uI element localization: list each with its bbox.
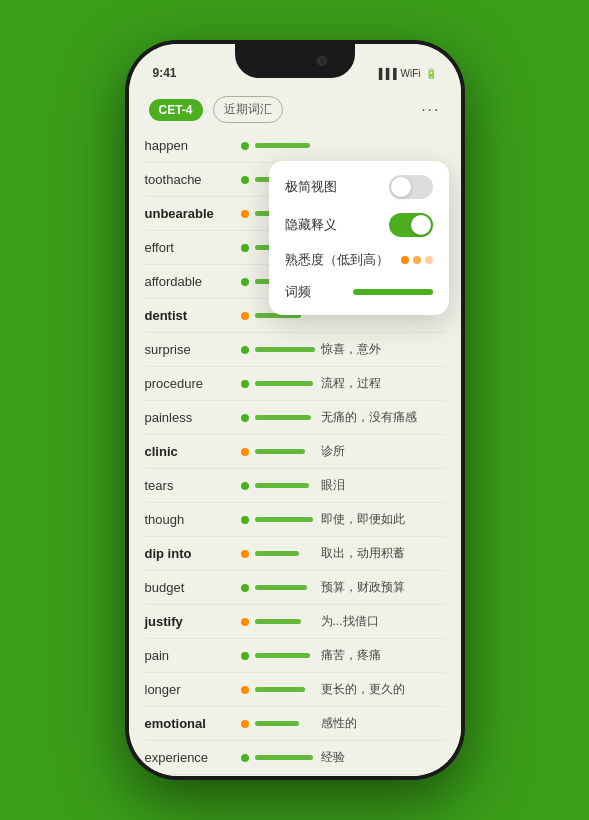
- familiarity-dot: [241, 584, 249, 592]
- word-text: happen: [145, 138, 235, 153]
- minimal-view-toggle[interactable]: [389, 175, 433, 199]
- freq-fill: [255, 143, 310, 148]
- word-row[interactable]: procedure 流程，过程: [145, 367, 445, 401]
- dot-high: [425, 256, 433, 264]
- familiarity-dot: [241, 448, 249, 456]
- familiarity-dot: [241, 176, 249, 184]
- header: CET-4 近期词汇 ···: [129, 88, 461, 129]
- word-row[interactable]: thank 谢谢，感谢: [145, 775, 445, 776]
- familiarity-dots: [401, 256, 433, 264]
- word-text: justify: [145, 614, 235, 629]
- frequency-bar: [255, 346, 315, 354]
- word-list: 极简视图 隐藏释义 熟悉度（低到高）: [129, 129, 461, 776]
- freq-label: 词频: [285, 283, 311, 301]
- word-text: toothache: [145, 172, 235, 187]
- word-text: pain: [145, 648, 235, 663]
- wifi-icon: WiFi: [401, 68, 421, 79]
- familiarity-dot: [241, 312, 249, 320]
- popup-row-freq: 词频: [285, 283, 433, 301]
- word-text: though: [145, 512, 235, 527]
- recent-badge[interactable]: 近期词汇: [213, 96, 283, 123]
- freq-bar-display: [353, 289, 433, 295]
- status-time: 9:41: [153, 66, 177, 80]
- word-meaning: 惊喜，意外: [321, 341, 445, 358]
- word-text: affordable: [145, 274, 235, 289]
- word-row[interactable]: budget 预算，财政预算: [145, 571, 445, 605]
- freq-fill: [255, 619, 301, 624]
- word-meaning: 诊所: [321, 443, 445, 460]
- frequency-bar: [255, 754, 315, 762]
- frequency-bar: [255, 584, 315, 592]
- battery-icon: 🔋: [425, 68, 437, 79]
- familiarity-dot: [241, 346, 249, 354]
- word-row[interactable]: surprise 惊喜，意外: [145, 333, 445, 367]
- frequency-bar: [255, 720, 315, 728]
- word-row[interactable]: longer 更长的，更久的: [145, 673, 445, 707]
- word-row[interactable]: painless 无痛的，没有痛感: [145, 401, 445, 435]
- freq-fill: [255, 347, 315, 352]
- popup-row-minimal: 极简视图: [285, 175, 433, 199]
- word-row[interactable]: dip into 取出，动用积蓄: [145, 537, 445, 571]
- camera: [317, 56, 327, 66]
- hide-meaning-label: 隐藏释义: [285, 216, 337, 234]
- familiarity-dot: [241, 380, 249, 388]
- toggle-thumb: [391, 177, 411, 197]
- familiarity-dot: [241, 414, 249, 422]
- freq-fill: [255, 687, 305, 692]
- freq-fill: [255, 653, 310, 658]
- word-meaning: 取出，动用积蓄: [321, 545, 445, 562]
- frequency-bar: [255, 550, 315, 558]
- familiarity-dot: [241, 210, 249, 218]
- familiarity-dot: [241, 278, 249, 286]
- word-row[interactable]: clinic 诊所: [145, 435, 445, 469]
- familiarity-dot: [241, 720, 249, 728]
- word-text: unbearable: [145, 206, 235, 221]
- familiarity-dot: [241, 482, 249, 490]
- word-text: longer: [145, 682, 235, 697]
- signal-icon: ▐▐▐: [375, 68, 396, 79]
- freq-fill: [255, 483, 309, 488]
- dot-low: [401, 256, 409, 264]
- status-icons: ▐▐▐ WiFi 🔋: [375, 68, 436, 79]
- word-text: surprise: [145, 342, 235, 357]
- popup-row-familiarity: 熟悉度（低到高）: [285, 251, 433, 269]
- toggle-thumb-on: [411, 215, 431, 235]
- word-row[interactable]: though 即使，即便如此: [145, 503, 445, 537]
- minimal-view-label: 极简视图: [285, 178, 337, 196]
- dot-mid: [413, 256, 421, 264]
- word-meaning: 痛苦，疼痛: [321, 647, 445, 664]
- word-row[interactable]: happen: [145, 129, 445, 163]
- familiarity-dot: [241, 754, 249, 762]
- settings-popup: 极简视图 隐藏释义 熟悉度（低到高）: [269, 161, 449, 315]
- word-meaning: 即使，即便如此: [321, 511, 445, 528]
- word-row[interactable]: justify 为...找借口: [145, 605, 445, 639]
- word-meaning: 感性的: [321, 715, 445, 732]
- freq-fill: [255, 415, 311, 420]
- word-row[interactable]: tears 眼泪: [145, 469, 445, 503]
- word-row[interactable]: emotional 感性的: [145, 707, 445, 741]
- word-row[interactable]: experience 经验: [145, 741, 445, 775]
- hide-meaning-toggle[interactable]: [389, 213, 433, 237]
- screen: 9:41 ▐▐▐ WiFi 🔋 CET-4 近期词汇 ··· 极简视图: [129, 44, 461, 776]
- frequency-bar: [255, 142, 315, 150]
- more-dots[interactable]: ···: [421, 101, 440, 119]
- familiarity-dot: [241, 686, 249, 694]
- freq-fill: [255, 449, 305, 454]
- frequency-bar: [255, 618, 315, 626]
- familiarity-dot: [241, 516, 249, 524]
- notch: [235, 44, 355, 78]
- freq-fill: [255, 585, 307, 590]
- freq-fill: [255, 551, 299, 556]
- cet-badge[interactable]: CET-4: [149, 99, 203, 121]
- familiarity-label: 熟悉度（低到高）: [285, 251, 389, 269]
- word-text: clinic: [145, 444, 235, 459]
- word-meaning: 无痛的，没有痛感: [321, 409, 445, 426]
- frequency-bar: [255, 414, 315, 422]
- frequency-bar: [255, 482, 315, 490]
- word-text: experience: [145, 750, 235, 765]
- word-text: budget: [145, 580, 235, 595]
- word-text: emotional: [145, 716, 235, 731]
- word-meaning: 流程，过程: [321, 375, 445, 392]
- word-row[interactable]: pain 痛苦，疼痛: [145, 639, 445, 673]
- frequency-bar: [255, 516, 315, 524]
